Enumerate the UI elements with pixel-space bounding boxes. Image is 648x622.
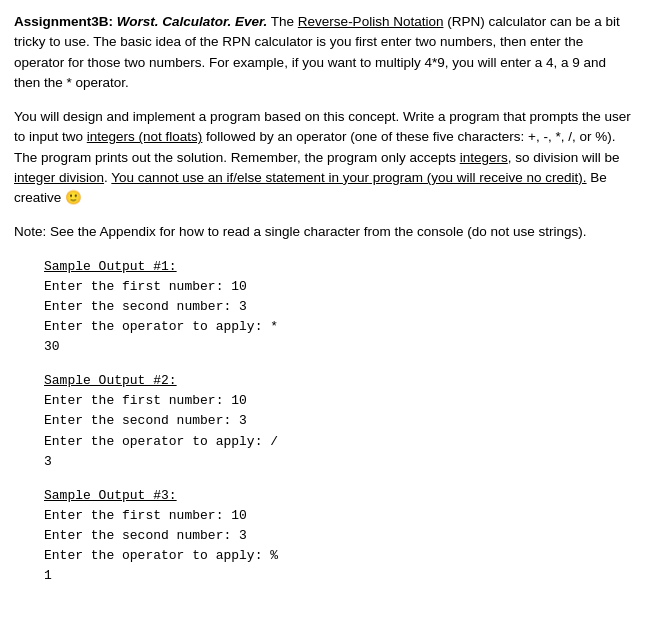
sample1-result: 30	[44, 337, 634, 357]
sample1-line1: Enter the first number: 10	[44, 277, 634, 297]
note-text: Note: See the Appendix for how to read a…	[14, 224, 587, 239]
assignment-title: Assignment3B:	[14, 14, 113, 29]
sample3-line1: Enter the first number: 10	[44, 506, 634, 526]
paragraph-2: You will design and implement a program …	[14, 107, 634, 208]
sample2-result: 3	[44, 452, 634, 472]
intro-text-1: The	[267, 14, 298, 29]
emoji: 🙂	[65, 190, 82, 205]
sample-output-1: Sample Output #1: Enter the first number…	[44, 257, 634, 358]
sample2-line2: Enter the second number: 3	[44, 411, 634, 431]
sample-output-3: Sample Output #3: Enter the first number…	[44, 486, 634, 587]
para2-integers: integers	[460, 150, 508, 165]
sample2-line3: Enter the operator to apply: /	[44, 432, 634, 452]
rpn-link: Reverse-Polish Notation	[298, 14, 444, 29]
para2-noifelse: You cannot use an if/else statement in y…	[111, 170, 586, 185]
note-section: Note: See the Appendix for how to read a…	[14, 222, 634, 242]
sample2-label: Sample Output #2:	[44, 371, 634, 391]
sample3-label: Sample Output #3:	[44, 486, 634, 506]
main-content: Assignment3B: Worst. Calculator. Ever. T…	[14, 12, 634, 587]
sample3-line3: Enter the operator to apply: %	[44, 546, 634, 566]
paragraph-1: Assignment3B: Worst. Calculator. Ever. T…	[14, 12, 634, 93]
sample2-line1: Enter the first number: 10	[44, 391, 634, 411]
sample1-line3: Enter the operator to apply: *	[44, 317, 634, 337]
para2-integers-not-floats: integers (not floats)	[87, 129, 203, 144]
sample1-label: Sample Output #1:	[44, 257, 634, 277]
sample1-line2: Enter the second number: 3	[44, 297, 634, 317]
sample3-result: 1	[44, 566, 634, 586]
sample-output-2: Sample Output #2: Enter the first number…	[44, 371, 634, 472]
sample3-line2: Enter the second number: 3	[44, 526, 634, 546]
assignment-subtitle: Worst. Calculator. Ever.	[113, 14, 267, 29]
para2-integer-division: integer division	[14, 170, 104, 185]
para2-cont2: , so division will be	[508, 150, 620, 165]
